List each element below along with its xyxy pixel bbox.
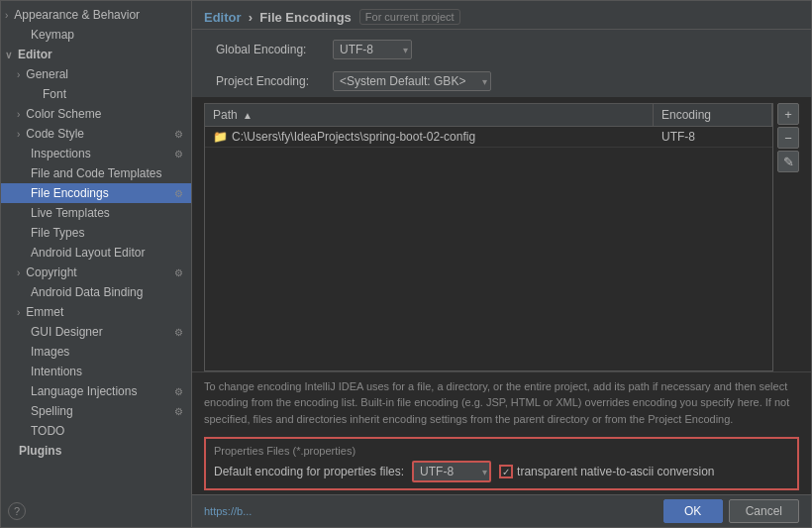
folder-icon: 📁 bbox=[213, 130, 228, 144]
properties-encoding-select-wrapper[interactable]: UTF-8 bbox=[412, 461, 491, 482]
sidebar-label: Plugins bbox=[19, 444, 61, 458]
content-header: Editor › File Encodings For current proj… bbox=[192, 1, 811, 30]
path-cell: 📁 C:\Users\fy\IdeaProjects\spring-boot-0… bbox=[205, 127, 654, 147]
sidebar-item-images[interactable]: Images bbox=[1, 342, 191, 362]
sidebar-item-file-types[interactable]: File Types bbox=[1, 223, 191, 243]
sidebar-item-color-scheme[interactable]: ›Color Scheme bbox=[1, 104, 191, 124]
arrow-icon: › bbox=[17, 69, 20, 80]
path-column-header: Path ▲ bbox=[205, 104, 654, 126]
sidebar-item-language-injections[interactable]: Language Injections⚙ bbox=[1, 381, 191, 401]
settings-icon: ⚙ bbox=[174, 267, 183, 278]
edit-button[interactable]: ✎ bbox=[777, 151, 799, 172]
sidebar-item-file-encodings[interactable]: File Encodings⚙ bbox=[1, 183, 191, 203]
properties-encoding-select[interactable]: UTF-8 bbox=[412, 461, 491, 482]
sidebar-label: Editor bbox=[18, 48, 52, 61]
sidebar-label: Spelling bbox=[31, 404, 73, 418]
sidebar-label: File Types bbox=[31, 226, 84, 240]
sidebar-label: TODO bbox=[31, 424, 64, 438]
sidebar-item-appearance[interactable]: ›Appearance & Behavior bbox=[1, 5, 191, 25]
sidebar-item-android-layout[interactable]: Android Layout Editor bbox=[1, 243, 191, 263]
sidebar-label: Copyright bbox=[26, 265, 76, 279]
table-row[interactable]: 📁 C:\Users\fy\IdeaProjects\spring-boot-0… bbox=[205, 127, 772, 148]
sidebar-item-file-code-templates[interactable]: File and Code Templates bbox=[1, 163, 191, 183]
sidebar-item-editor[interactable]: ∨Editor bbox=[1, 45, 191, 64]
sidebar-item-intentions[interactable]: Intentions bbox=[1, 362, 191, 381]
sidebar-item-gui-designer[interactable]: GUI Designer⚙ bbox=[1, 322, 191, 342]
settings-icon: ⚙ bbox=[174, 188, 183, 199]
sidebar-label: General bbox=[26, 67, 68, 81]
table-controls: + − ✎ bbox=[773, 103, 799, 371]
settings-dialog: ›Appearance & BehaviorKeymap∨Editor›Gene… bbox=[0, 0, 812, 528]
sidebar-label: Code Style bbox=[26, 127, 84, 141]
sidebar-item-todo[interactable]: TODO bbox=[1, 421, 191, 441]
sidebar-item-keymap[interactable]: Keymap bbox=[1, 25, 191, 45]
sidebar-label: Language Injections bbox=[31, 384, 137, 398]
sidebar-label: Color Scheme bbox=[26, 107, 101, 121]
sidebar-label: Images bbox=[31, 345, 69, 359]
for-project-badge: For current project bbox=[359, 9, 460, 25]
encoding-column-header: Encoding bbox=[654, 104, 772, 126]
content-area: Editor › File Encodings For current proj… bbox=[192, 1, 811, 527]
sidebar-item-android-data[interactable]: Android Data Binding bbox=[1, 282, 191, 302]
help-button[interactable]: ? bbox=[8, 502, 26, 520]
sidebar-label: Live Templates bbox=[31, 206, 110, 220]
transparent-checkbox[interactable] bbox=[499, 465, 513, 478]
sidebar-label: Keymap bbox=[31, 28, 74, 42]
sidebar-label: Emmet bbox=[26, 305, 63, 319]
sidebar-item-general[interactable]: ›General bbox=[1, 64, 191, 84]
global-encoding-label: Global Encoding: bbox=[216, 43, 325, 56]
file-encodings-table-area: Path ▲ Encoding 📁 C:\Users\fy\IdeaProjec… bbox=[204, 103, 799, 371]
sidebar-label: Appearance & Behavior bbox=[14, 8, 140, 22]
settings-icon: ⚙ bbox=[174, 129, 183, 140]
global-encoding-select-wrapper[interactable]: UTF-8 bbox=[333, 40, 412, 59]
settings-icon: ⚙ bbox=[174, 149, 183, 159]
arrow-icon: › bbox=[17, 307, 20, 318]
global-encoding-row: Global Encoding: UTF-8 bbox=[204, 34, 799, 61]
sidebar-item-spelling[interactable]: Spelling⚙ bbox=[1, 401, 191, 421]
encoding-settings: Global Encoding: UTF-8 Project Encoding:… bbox=[192, 30, 811, 97]
footer-url: https://b... bbox=[204, 505, 252, 517]
properties-row: Default encoding for properties files: U… bbox=[214, 461, 789, 482]
sidebar-item-code-style[interactable]: ›Code Style⚙ bbox=[1, 124, 191, 144]
breadcrumb: Editor › File Encodings bbox=[204, 10, 352, 25]
info-text: To change encoding IntelliJ IDEA uses fo… bbox=[192, 371, 811, 434]
arrow-icon: › bbox=[17, 267, 20, 278]
arrow-icon: › bbox=[17, 109, 20, 120]
sidebar-item-plugins[interactable]: Plugins bbox=[1, 441, 191, 461]
default-encoding-label: Default encoding for properties files: bbox=[214, 465, 404, 478]
settings-sidebar: ›Appearance & BehaviorKeymap∨Editor›Gene… bbox=[1, 1, 192, 527]
table-with-controls: Path ▲ Encoding 📁 C:\Users\fy\IdeaProjec… bbox=[204, 103, 799, 371]
project-encoding-label: Project Encoding: bbox=[216, 74, 325, 88]
sidebar-item-copyright[interactable]: ›Copyright⚙ bbox=[1, 263, 191, 282]
table-header: Path ▲ Encoding bbox=[204, 103, 773, 126]
sidebar-label: Font bbox=[43, 87, 66, 101]
properties-section: Properties Files (*.properties) Default … bbox=[204, 437, 799, 490]
sidebar-item-inspections[interactable]: Inspections⚙ bbox=[1, 144, 191, 163]
properties-title: Properties Files (*.properties) bbox=[214, 445, 789, 457]
checkbox-wrapper[interactable]: transparent native-to-ascii conversion bbox=[499, 465, 714, 478]
ok-button[interactable]: OK bbox=[663, 499, 723, 523]
sidebar-label: Intentions bbox=[31, 365, 82, 378]
sidebar-label: File and Code Templates bbox=[31, 166, 162, 180]
sidebar-item-font[interactable]: Font bbox=[1, 84, 191, 104]
sidebar-label: Inspections bbox=[31, 147, 91, 160]
settings-icon: ⚙ bbox=[174, 406, 183, 417]
breadcrumb-path: Editor bbox=[204, 10, 242, 25]
project-encoding-select-wrapper[interactable]: <System Default: GBK> bbox=[333, 71, 491, 91]
sidebar-label: Android Layout Editor bbox=[31, 246, 145, 260]
add-button[interactable]: + bbox=[777, 103, 799, 125]
project-encoding-select[interactable]: <System Default: GBK> bbox=[333, 71, 491, 91]
dialog-footer: https://b... OK Cancel bbox=[192, 494, 811, 527]
settings-icon: ⚙ bbox=[174, 386, 183, 397]
arrow-icon: › bbox=[17, 129, 20, 140]
encoding-cell: UTF-8 bbox=[654, 127, 772, 147]
sidebar-item-emmet[interactable]: ›Emmet bbox=[1, 302, 191, 322]
remove-button[interactable]: − bbox=[777, 127, 799, 149]
breadcrumb-current: File Encodings bbox=[259, 10, 351, 25]
table-body[interactable]: 📁 C:\Users\fy\IdeaProjects\spring-boot-0… bbox=[204, 126, 773, 371]
arrow-icon: ∨ bbox=[5, 50, 12, 60]
sidebar-item-live-templates[interactable]: Live Templates bbox=[1, 203, 191, 223]
sidebar-label: File Encodings bbox=[31, 186, 109, 200]
global-encoding-select[interactable]: UTF-8 bbox=[333, 40, 412, 59]
cancel-button[interactable]: Cancel bbox=[729, 499, 799, 523]
